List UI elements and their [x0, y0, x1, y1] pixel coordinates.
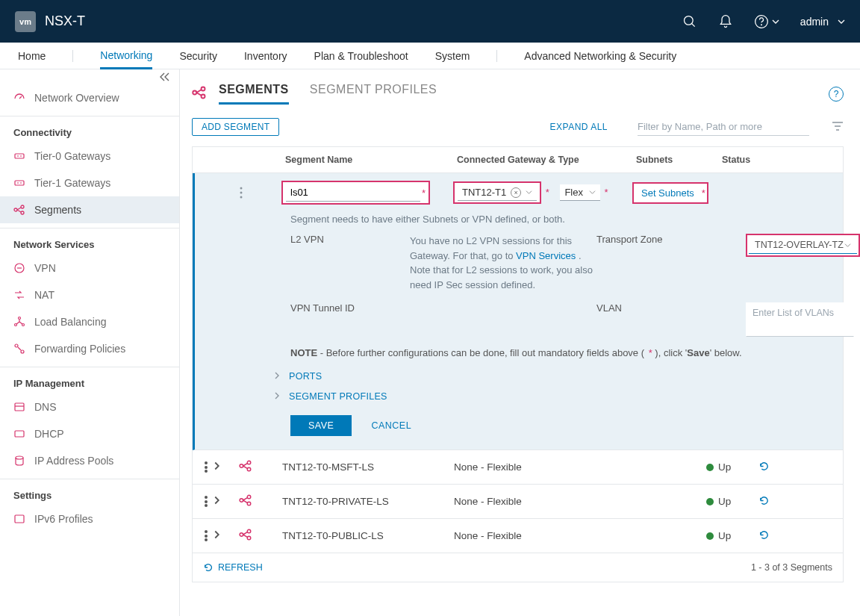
- row-status: Up: [706, 530, 758, 541]
- transport-zone-select[interactable]: TNT12-OVERLAY-TZ: [749, 237, 857, 254]
- segment-icon: [239, 494, 282, 509]
- add-segment-button[interactable]: ADD SEGMENT: [192, 118, 279, 136]
- expand-row-button[interactable]: [214, 530, 239, 541]
- sidebar-item-label: Segments: [34, 204, 81, 216]
- svg-point-31: [240, 533, 243, 537]
- transport-zone-value: TNT12-OVERLAY-TZ: [755, 240, 844, 250]
- chevron-down-icon: [838, 18, 845, 25]
- sidebar-item-ip-pools[interactable]: IP Address Pools: [0, 447, 179, 474]
- refresh-button[interactable]: REFRESH: [203, 562, 263, 573]
- nav-separator: [72, 50, 73, 62]
- clear-gateway-icon[interactable]: ×: [511, 187, 521, 198]
- load-balancing-icon: [13, 316, 25, 328]
- sidebar-group-connectivity: Connectivity: [0, 116, 179, 143]
- segment-edit-row: * TNT12-T1 × *: [193, 173, 843, 450]
- vlan-input[interactable]: Enter List of VLANs: [746, 302, 854, 337]
- tab-networking[interactable]: Networking: [100, 43, 152, 69]
- main-tab-segments[interactable]: SEGMENTS: [219, 83, 289, 105]
- tab-home[interactable]: Home: [18, 43, 46, 69]
- cancel-button[interactable]: CANCEL: [371, 420, 411, 431]
- sidebar-item-label: Forwarding Policies: [34, 343, 125, 355]
- segment-header-icon: [192, 85, 207, 102]
- ports-toggle[interactable]: PORTS: [274, 366, 828, 386]
- sidebar-item-tier1[interactable]: Tier-1 Gateways: [0, 169, 179, 196]
- sidebar-item-overview[interactable]: Network Overview: [0, 84, 179, 111]
- row-actions-menu[interactable]: [199, 461, 214, 474]
- tab-security[interactable]: Security: [179, 43, 217, 69]
- primary-nav: Home Networking Security Inventory Plan …: [0, 43, 860, 69]
- row-refresh-button[interactable]: [758, 529, 788, 543]
- sidebar-item-segments[interactable]: Segments: [0, 196, 179, 223]
- bell-icon[interactable]: [718, 14, 733, 29]
- col-status: Status: [719, 155, 835, 165]
- sidebar-item-vpn[interactable]: VPN: [0, 255, 179, 281]
- sidebar-collapse-button[interactable]: [0, 69, 179, 84]
- save-button[interactable]: SAVE: [290, 415, 352, 436]
- svg-rect-5: [15, 181, 24, 185]
- vpn-services-link[interactable]: VPN Services: [516, 250, 576, 261]
- row-refresh-button[interactable]: [758, 461, 788, 474]
- segment-name-input[interactable]: [286, 184, 420, 202]
- sidebar-item-nat[interactable]: NAT: [0, 281, 179, 308]
- expand-row-button[interactable]: [214, 496, 239, 507]
- dhcp-icon: [13, 428, 25, 440]
- svg-rect-4: [15, 154, 24, 158]
- svg-point-23: [240, 192, 243, 194]
- col-segment-name: Segment Name: [282, 155, 454, 165]
- user-menu[interactable]: admin: [800, 16, 845, 28]
- sidebar-item-lb[interactable]: Load Balancing: [0, 308, 179, 335]
- dashboard-icon: [13, 92, 25, 104]
- filter-input[interactable]: [638, 118, 809, 135]
- row-refresh-button[interactable]: [758, 495, 788, 508]
- svg-rect-18: [15, 515, 24, 523]
- dns-icon: [13, 401, 25, 413]
- tab-system[interactable]: System: [435, 43, 470, 69]
- table-row: TNT12-T0-PUBLIC-LS None - Flexible Up: [193, 519, 843, 553]
- status-up-dot: [706, 532, 714, 540]
- sidebar-item-label: Tier-1 Gateways: [34, 177, 110, 189]
- user-label: admin: [800, 16, 829, 28]
- filter-input-wrap[interactable]: [638, 118, 809, 136]
- help-menu[interactable]: [754, 14, 779, 29]
- sidebar-item-fwd[interactable]: Forwarding Policies: [0, 335, 179, 362]
- status-up-dot: [706, 498, 714, 505]
- filter-icon[interactable]: [832, 121, 844, 134]
- gateway-type-select[interactable]: Flex: [560, 184, 600, 201]
- forwarding-icon: [13, 343, 25, 355]
- table-row: TNT12-T0-PRIVATE-LS None - Flexible Up: [193, 485, 843, 519]
- expand-all-link[interactable]: EXPAND ALL: [550, 122, 608, 132]
- tab-inventory[interactable]: Inventory: [244, 43, 287, 69]
- required-marker: *: [605, 187, 608, 198]
- row-actions-menu[interactable]: [199, 529, 214, 543]
- nat-icon: [13, 289, 25, 301]
- svg-point-13: [15, 344, 18, 347]
- nav-separator: [496, 50, 497, 62]
- expand-row-button[interactable]: [214, 461, 239, 473]
- set-subnets-link[interactable]: Set Subnets: [635, 185, 700, 201]
- sidebar-item-label: IPv6 Profiles: [34, 513, 93, 525]
- subnet-vpn-note: Segment needs to have either Subnets or …: [290, 214, 828, 225]
- tab-plan[interactable]: Plan & Troubleshoot: [314, 43, 408, 69]
- ipv6-icon: [13, 513, 25, 525]
- tab-advanced[interactable]: Advanced Networking & Security: [524, 43, 676, 69]
- sidebar-item-ipv6[interactable]: IPv6 Profiles: [0, 505, 179, 532]
- help-icon[interactable]: ?: [829, 87, 844, 102]
- search-icon[interactable]: [682, 14, 697, 29]
- sidebar-item-dns[interactable]: DNS: [0, 393, 179, 420]
- segment-icon: [239, 528, 282, 544]
- sidebar-item-dhcp[interactable]: DHCP: [0, 420, 179, 447]
- app-title: NSX-T: [45, 13, 85, 29]
- sidebar-item-label: DNS: [34, 401, 57, 413]
- chevron-right-icon: [274, 370, 280, 382]
- row-segment-name: TNT12-T0-PUBLIC-LS: [282, 530, 454, 541]
- main-tab-segment-profiles[interactable]: SEGMENT PROFILES: [310, 83, 437, 105]
- segment-profiles-label: SEGMENT PROFILES: [289, 391, 387, 402]
- sidebar-item-tier0[interactable]: Tier-0 Gateways: [0, 143, 179, 169]
- svg-point-22: [240, 187, 243, 190]
- svg-point-27: [247, 467, 251, 471]
- segment-profiles-toggle[interactable]: SEGMENT PROFILES: [274, 386, 828, 406]
- pagination-label: 1 - 3 of 3 Segments: [751, 562, 832, 573]
- row-actions-menu[interactable]: [201, 187, 281, 199]
- connected-gateway-select[interactable]: TNT12-T1 ×: [458, 184, 537, 201]
- row-actions-menu[interactable]: [199, 495, 214, 508]
